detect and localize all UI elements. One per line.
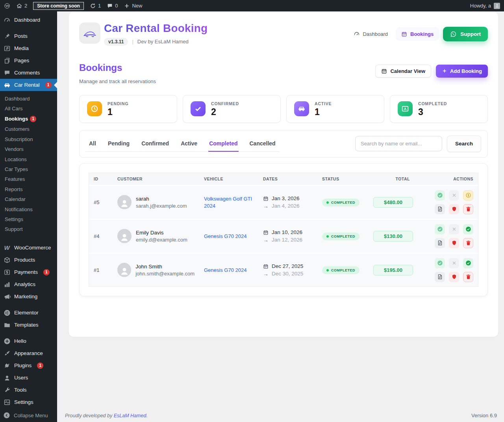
customer-cell: Emily Davisemily.d@example.com bbox=[117, 229, 195, 243]
plugin-page-card: Car Rental Booking v1.3.11 | Dev by EsLa… bbox=[69, 12, 498, 337]
sidebar-item-elementor[interactable]: Elementor bbox=[0, 307, 57, 319]
action-x-button[interactable] bbox=[449, 258, 459, 268]
sidebar-item-dashboard[interactable]: Dashboard bbox=[0, 14, 57, 26]
submenu-item-support[interactable]: Support bbox=[0, 225, 57, 234]
avatar bbox=[494, 3, 500, 9]
submenu-item-reports[interactable]: Reports bbox=[0, 184, 57, 194]
action-check-circle-button[interactable] bbox=[435, 190, 445, 201]
new-content-menu[interactable]: New bbox=[124, 3, 142, 9]
developer-link[interactable]: EsLaM Hamed bbox=[114, 413, 146, 418]
action-invoice-button[interactable] bbox=[435, 238, 445, 248]
vehicle-link[interactable]: Genesis G70 2024 bbox=[204, 267, 246, 273]
submenu-item-customers[interactable]: Customers bbox=[0, 125, 57, 134]
submenu-item-dashboard[interactable]: Dashboard bbox=[0, 94, 57, 104]
column-header-dates: DATES bbox=[258, 173, 317, 185]
submenu-item-settings[interactable]: Settings bbox=[0, 214, 57, 224]
date-start: Dec 27, 2025 bbox=[272, 263, 303, 269]
action-trash-button[interactable] bbox=[463, 204, 473, 214]
sidebar-item-marketing[interactable]: Marketing bbox=[0, 290, 57, 303]
comments-menu[interactable]: 0 bbox=[107, 3, 118, 9]
sidebar-item-users[interactable]: Users bbox=[0, 372, 57, 384]
wp-version: Version 6.9 bbox=[471, 413, 497, 418]
sidebar-item-products[interactable]: Products bbox=[0, 254, 57, 266]
wordpress-logo[interactable] bbox=[4, 3, 10, 9]
action-x-button[interactable] bbox=[449, 190, 459, 201]
action-invoice-button[interactable] bbox=[435, 204, 445, 214]
pages-icon bbox=[3, 57, 11, 64]
action-check-circle-button[interactable] bbox=[463, 258, 473, 268]
developer-credit: Proudly developed by EsLaM Hamed. bbox=[65, 413, 148, 418]
user-icon bbox=[495, 3, 500, 8]
account-menu[interactable]: Howdy, a bbox=[470, 3, 504, 9]
submenu-item-notifications[interactable]: Notifications bbox=[0, 204, 57, 214]
collapse-menu-button[interactable]: Collapse Menu bbox=[0, 408, 57, 422]
sidebar-item-comments[interactable]: Comments bbox=[0, 67, 57, 79]
updates-menu[interactable]: 1 bbox=[90, 3, 101, 9]
payments-icon bbox=[3, 269, 11, 276]
sidebar-item-payments[interactable]: Payments1 bbox=[0, 266, 57, 278]
menu-separator bbox=[0, 26, 57, 30]
submenu-item-car-types[interactable]: Car Types bbox=[0, 164, 57, 174]
sidebar-item-label: Pages bbox=[14, 57, 29, 64]
customer-name: Emily Davis bbox=[136, 230, 187, 236]
tab-pending[interactable]: Pending bbox=[108, 140, 130, 147]
action-trash-button[interactable] bbox=[463, 272, 473, 282]
store-coming-soon-badge[interactable]: Store coming soon bbox=[33, 2, 84, 10]
sidebar-item-analytics[interactable]: Analytics bbox=[0, 278, 57, 290]
sidebar-item-settings[interactable]: Settings bbox=[0, 396, 57, 408]
action-shield-button[interactable] bbox=[449, 204, 459, 214]
sidebar-item-pages[interactable]: Pages bbox=[0, 54, 57, 67]
search-button[interactable]: Search bbox=[447, 136, 481, 152]
submenu-item-vendors[interactable]: Vendors bbox=[0, 145, 57, 154]
action-check-circle-button[interactable] bbox=[463, 224, 473, 234]
sidebar-item-label: Plugins bbox=[14, 362, 32, 369]
calendar-view-button[interactable]: Calendar View bbox=[375, 65, 431, 78]
nav-bookings-link[interactable]: Bookings bbox=[396, 27, 439, 41]
support-button[interactable]: Support bbox=[443, 27, 488, 41]
sidebar-item-woocommerce[interactable]: WWooCommerce bbox=[0, 242, 57, 254]
action-check-circle-button[interactable] bbox=[435, 224, 445, 234]
site-home-menu[interactable]: 2 bbox=[16, 3, 27, 9]
sidebar-item-tools[interactable]: Tools bbox=[0, 384, 57, 396]
customer-cell: sarahsarah.j@example.com bbox=[117, 195, 195, 209]
sidebar-item-media[interactable]: Media bbox=[0, 42, 57, 54]
action-dollar-button[interactable] bbox=[463, 190, 473, 201]
content-area: Car Rental Booking v1.3.11 | Dev by EsLa… bbox=[57, 11, 504, 422]
vehicle-link[interactable]: Volkswagen Golf GTI 2024 bbox=[204, 196, 252, 209]
car-icon bbox=[3, 82, 11, 89]
sidebar-item-templates[interactable]: Templates bbox=[0, 319, 57, 331]
sidebar-item-label: WooCommerce bbox=[14, 244, 51, 251]
nav-dashboard-link[interactable]: Dashboard bbox=[350, 28, 392, 40]
stat-label: COMPLETED bbox=[418, 101, 447, 106]
sidebar-item-label: Elementor bbox=[14, 309, 39, 316]
submenu-item-calendar[interactable]: Calendar bbox=[0, 195, 57, 204]
tab-completed[interactable]: Completed bbox=[209, 140, 237, 147]
submenu-item-locations[interactable]: Locations bbox=[0, 154, 57, 164]
sidebar-item-appearance[interactable]: Appearance bbox=[0, 347, 57, 359]
add-booking-button[interactable]: Add Booking bbox=[436, 65, 488, 78]
tab-all[interactable]: All bbox=[89, 140, 96, 147]
search-input[interactable] bbox=[355, 136, 442, 151]
submenu-item-label: Settings bbox=[5, 217, 23, 222]
action-shield-button[interactable] bbox=[449, 238, 459, 248]
stat-label: PENDING bbox=[107, 101, 128, 106]
submenu-item-subscription[interactable]: Subscription bbox=[0, 134, 57, 144]
submenu-item-bookings[interactable]: Bookings1 bbox=[0, 114, 57, 125]
action-check-circle-button[interactable] bbox=[435, 258, 445, 268]
action-shield-button[interactable] bbox=[449, 272, 459, 282]
vehicle-link[interactable]: Genesis G70 2024 bbox=[204, 233, 246, 239]
sidebar-item-plugins[interactable]: Plugins1 bbox=[0, 359, 57, 372]
action-invoice-button[interactable] bbox=[435, 272, 445, 282]
tab-confirmed[interactable]: Confirmed bbox=[141, 140, 169, 147]
sidebar-item-car-rental[interactable]: Car Rental1 bbox=[0, 79, 57, 91]
action-trash-button[interactable] bbox=[463, 238, 473, 248]
tab-active[interactable]: Active bbox=[181, 140, 197, 147]
sidebar-item-hello[interactable]: Hello bbox=[0, 335, 57, 347]
elementor-icon bbox=[3, 309, 11, 316]
total-amount: $130.00 bbox=[373, 231, 413, 242]
sidebar-item-posts[interactable]: Posts bbox=[0, 30, 57, 42]
submenu-item-features[interactable]: Features bbox=[0, 175, 57, 184]
action-x-button[interactable] bbox=[449, 224, 459, 234]
submenu-item-all-cars[interactable]: All Cars bbox=[0, 104, 57, 113]
tab-cancelled[interactable]: Cancelled bbox=[250, 140, 276, 147]
